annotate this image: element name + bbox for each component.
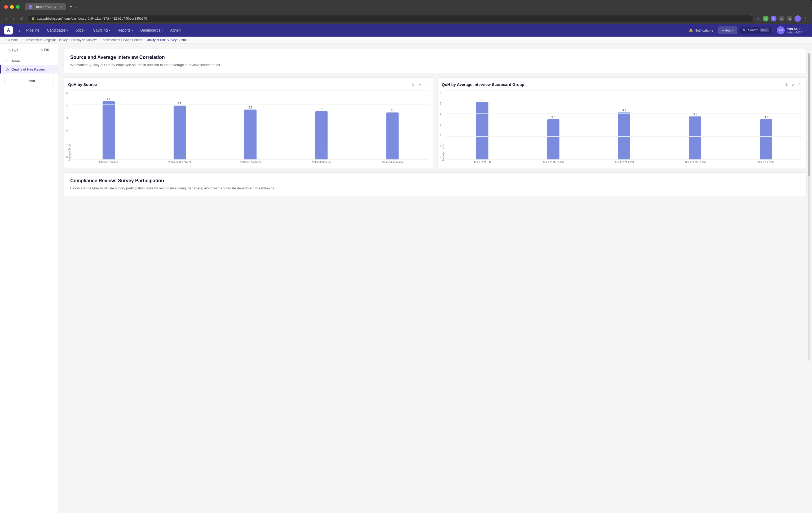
sidebar-item-home[interactable]: ⌂ Home [0, 57, 58, 65]
breadcrumb-item-0[interactable]: Enrollment for Angeline Harvey [24, 38, 67, 42]
active-tab[interactable]: A Home • Ashby ✕ [25, 3, 66, 10]
nav-item-reports[interactable]: Reports ▾ [114, 24, 137, 36]
i-y-label-3: 3 [440, 123, 441, 126]
nav-home-icon[interactable]: ⌂ [16, 27, 22, 34]
nav-item-dashboards[interactable]: Dashboards ▾ [137, 24, 167, 36]
qoh-interview-chart-card: QoH by Average Interview Scorecard Group… [437, 77, 807, 168]
lock-icon: 🔒 [31, 17, 35, 21]
y-label-0: 0 [66, 156, 68, 158]
tab-favicon: A [29, 5, 32, 9]
grid-line-1 [72, 145, 429, 146]
search-label: Search [748, 28, 758, 32]
minimize-button[interactable] [10, 5, 14, 9]
grid-line-0 [72, 159, 429, 160]
user-subtitle: Ashby 2024 [787, 31, 802, 34]
pencil-icon: ✎ [40, 48, 43, 52]
qoh-source-title: QoH by Source [68, 82, 97, 87]
qoh-interview-refresh-button[interactable]: ↻ [785, 82, 789, 87]
add-button[interactable]: + Add ▾ [719, 27, 737, 34]
nav-item-jobs-label: Jobs [76, 28, 84, 32]
add-chevron-icon: ▾ [732, 29, 733, 32]
user-section[interactable]: AM Ada Minn Ashby 2024 ▾ [775, 25, 808, 35]
extension-icon-ashby[interactable]: A [771, 16, 777, 22]
i-grid-6 [446, 90, 802, 91]
breadcrumb-more[interactable]: 3 More... [8, 38, 21, 42]
qoh-source-more-button[interactable]: ⋮ [424, 82, 429, 87]
qoh-source-chart-card: QoH by Source ↻ ↗ ⋮ Average Score [64, 77, 433, 168]
nav-logo[interactable]: A [4, 26, 13, 34]
tab-bar: A Home • Ashby ✕ + ⌄ [25, 3, 808, 10]
qoh-interview-title: QoH by Average Interview Scorecard Group [442, 82, 524, 87]
tab-more-button[interactable]: ⌄ [75, 5, 78, 9]
browser-user-avatar[interactable] [794, 16, 801, 22]
nav-item-sourcing[interactable]: Sourcing ▾ [89, 24, 114, 36]
x-label-tier5: Tier 5 ( < 2.25) [732, 160, 800, 164]
nav-item-sourcing-label: Sourcing [93, 28, 108, 32]
address-bar: ‹ › ↺ 🔒 app.ashbyhq.com/home/dashboard-6… [0, 14, 812, 24]
forward-nav-button[interactable]: › [11, 16, 16, 21]
breadcrumb-sep-1: • [69, 38, 70, 42]
nav-item-jobs[interactable]: Jobs ▾ [72, 24, 90, 36]
sidebar-add-button[interactable]: + + Add [4, 77, 54, 85]
i-y-label-1: 1 [440, 144, 441, 147]
qoh-source-refresh-button[interactable]: ↻ [411, 82, 415, 87]
nav-items: Pipeline Candidates ▾ Jobs ▾ Sourcing ▾ … [23, 24, 685, 36]
url-text: app.ashbyhq.com/home/dashboard-6a94a21c-… [36, 17, 147, 21]
scrollbar-thumb[interactable] [808, 53, 810, 177]
notifications-button[interactable]: 🔔 Notifications [686, 27, 717, 34]
close-button[interactable] [4, 5, 8, 9]
nav-item-candidates[interactable]: Candidates ▾ [43, 24, 72, 36]
extension-icon-layout[interactable]: ⊟ [787, 16, 792, 22]
browser-menu-button[interactable]: ⋮ [804, 16, 808, 21]
breadcrumb-item-3[interactable]: Quality of Hire Survey Submit... [146, 38, 190, 42]
back-nav-button[interactable]: ‹ [4, 16, 9, 21]
extension-icons: ⬡ A ⧉ ⊟ [763, 16, 801, 22]
qoh-interview-external-button[interactable]: ↗ [791, 82, 795, 87]
qoh-source-chart-header: QoH by Source ↻ ↗ ⋮ [68, 82, 429, 87]
nav-item-dashboards-label: Dashboards [141, 28, 161, 32]
home-icon: ⌂ [4, 59, 8, 63]
sidebar-item-quality-of-hire[interactable]: ◎ Quality of Hire Review [0, 65, 58, 74]
quality-of-hire-icon: ◎ [5, 68, 9, 71]
browser-window: A Home • Ashby ✕ + ⌄ ‹ › ↺ 🔒 app.ashbyhq… [0, 0, 812, 513]
nav-item-pipeline[interactable]: Pipeline [23, 24, 43, 36]
reload-button[interactable]: ↺ [18, 16, 25, 21]
i-grid-2 [446, 136, 802, 137]
compliance-description: Below are the Quality of Hire survey par… [70, 186, 800, 191]
sidebar-add-icon: + [23, 79, 25, 83]
x-label-besttalent: Platform: BestTalent [146, 160, 213, 164]
search-button[interactable]: 🔍 Search ⌘+K [739, 27, 773, 34]
browser-titlebar: A Home • Ashby ✕ + ⌄ [0, 0, 812, 14]
i-grid-5 [446, 102, 802, 102]
breadcrumb-back-icon[interactable]: ↺ [4, 38, 7, 42]
edit-label: Edit [44, 48, 50, 52]
qoh-source-bars-area: 0 1 2 3 4 5 [72, 90, 429, 164]
qoh-interview-more-button[interactable]: ⋮ [798, 82, 802, 87]
qoh-source-external-button[interactable]: ↗ [417, 82, 422, 87]
jobs-chevron-icon: ▾ [84, 29, 86, 32]
breadcrumb-sep-2: • [98, 38, 99, 42]
tab-close-button[interactable]: ✕ [60, 5, 62, 9]
breadcrumb-item-1[interactable]: Employee Surveys [71, 38, 97, 42]
qoh-interview-grid-lines [446, 90, 802, 159]
qoh-interview-actions: ↻ ↗ ⋮ [785, 82, 802, 87]
qoh-interview-chart-header: QoH by Average Interview Scorecard Group… [442, 82, 802, 87]
charts-row: QoH by Source ↻ ↗ ⋮ Average Score [64, 77, 807, 168]
y-label-3: 3 [66, 117, 68, 120]
nav-item-admin[interactable]: Admin [167, 24, 184, 36]
bookmark-button[interactable]: ☆ [756, 16, 760, 21]
maximize-button[interactable] [16, 5, 20, 9]
x-label-tier2: Tier 2 (3.25 - 3.75) [519, 160, 587, 164]
breadcrumb-item-2[interactable]: Enrollment for Bryana Bednar [100, 38, 142, 42]
reports-chevron-icon: ▾ [132, 29, 133, 32]
nav-right-section: 🔔 Notifications + Add ▾ 🔍 Search ⌘+K AM … [686, 25, 808, 35]
new-tab-button[interactable]: + [67, 4, 75, 9]
extension-icon-puzzle[interactable]: ⧉ [779, 16, 784, 22]
y-label-4: 4 [66, 104, 68, 107]
y-label-2: 2 [66, 130, 68, 133]
scrollbar[interactable] [808, 53, 810, 361]
x-label-tier1: Tier 1 (3.75 - 4) [448, 160, 516, 164]
extension-icon-1[interactable]: ⬡ [763, 16, 768, 22]
sidebar-edit-button[interactable]: ✎ Edit [36, 48, 54, 55]
address-input[interactable]: 🔒 app.ashbyhq.com/home/dashboard-6a94a21… [27, 15, 754, 22]
